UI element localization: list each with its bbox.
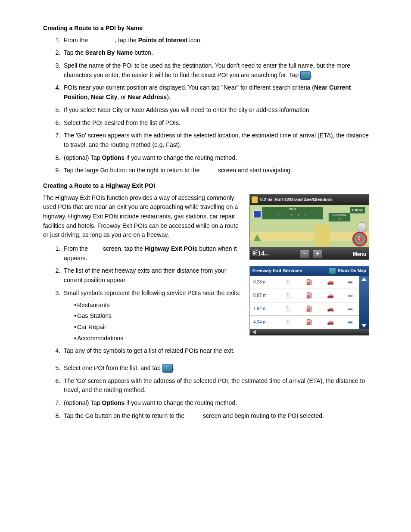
s2-step7: (optional) Tap Options if you want to ch… [62, 398, 370, 408]
page-number: 21 [86, 530, 92, 532]
direction-sign: West ↑ ↑ ↑ ↑ ↑ [262, 207, 323, 220]
section2-intro: The Highway Exit POIs function provides … [43, 193, 242, 240]
gas-icon[interactable]: ⛽ [306, 319, 313, 325]
interstate-icon [253, 210, 261, 218]
repair-icon[interactable]: 🚗 [327, 292, 334, 299]
s1-step7: The 'Go' screen appears with the address… [62, 131, 370, 149]
s1-step4: POIs near your current position are disp… [62, 83, 370, 102]
s2-step8: Tap the Go button on the right to return… [62, 411, 370, 421]
exit-services-table: 0.23 mi 🍴 ⛽ 🚗 🛏 0.87 mi 🍴 ⛽ 🚗 🛏 [250, 276, 359, 330]
map-screenshot: 0.2 mi: Exit 42/Grand Ave/Glendora Exit … [249, 194, 369, 260]
zoom-out-button[interactable]: − [299, 250, 310, 258]
section2-list-b: Select one POI from the list, and tap . … [43, 364, 370, 420]
s1-step1: From the , tap the Points of Interest ic… [62, 36, 370, 45]
grand-ave-sign: Grand Ave ↑ [328, 213, 351, 222]
poi-repair: Car Repair [74, 323, 242, 332]
checkmark-icon [328, 268, 336, 274]
service-poi-list: Restaurants Gas Stations Car Repair Acco… [74, 301, 242, 343]
back-icon[interactable] [252, 330, 256, 334]
hotel-icon[interactable]: 🛏 [347, 292, 353, 299]
s1-step9: Tap the large Go button on the right to … [62, 166, 370, 175]
table-row[interactable]: 0.87 mi 🍴 ⛽ 🚗 🛏 [250, 289, 359, 302]
hotel-icon[interactable]: 🛏 [347, 279, 353, 285]
checkmark-icon [300, 71, 311, 80]
highway-exit-pois-button[interactable]: ⛽ [352, 232, 367, 246]
s1-step2: Tap the Search By Name button. [62, 48, 370, 58]
checkmark-icon [162, 364, 173, 373]
poi-restaurants: Restaurants [74, 301, 242, 310]
gas-icon[interactable]: ⛽ [306, 305, 313, 312]
restaurant-icon[interactable]: 🍴 [285, 279, 292, 285]
repair-icon[interactable]: 🚗 [327, 319, 334, 325]
s1-step6: Select the POI desired from the list of … [62, 118, 370, 128]
hotel-icon[interactable]: 🛏 [347, 305, 353, 312]
s1-step5: If you select Near City or Near Address … [62, 106, 370, 115]
gas-icon[interactable]: ⛽ [306, 279, 313, 285]
s2-step3: Small symbols represent the following se… [62, 289, 242, 343]
section2-list-a: From the screen, tap the Highway Exit PO… [43, 244, 242, 356]
section2-heading: Creating a Route to a Highway Exit POI [43, 181, 370, 191]
road-horizontal [250, 232, 369, 241]
poi-gas: Gas Stations [74, 311, 242, 321]
map-topbar: 0.2 mi: Exit 42/Grand Ave/Glendora [250, 195, 369, 205]
scroll-up-icon[interactable] [361, 277, 367, 281]
table-row[interactable]: 1.92 mi 🍴 ⛽ 🚗 🛏 [250, 302, 359, 315]
table-row[interactable]: 4.34 mi 🍴 ⛽ 🚗 🛏 [250, 316, 359, 329]
poi-accommodations: Accommodations [74, 334, 242, 343]
section1-heading: Creating a Route to a POI by Name [43, 24, 370, 33]
show-on-map-toggle[interactable]: Show On Map [328, 268, 366, 274]
table-row[interactable]: 0.23 mi 🍴 ⛽ 🚗 🛏 [250, 276, 359, 289]
s1-step8: (optional) Tap Options if you want to ch… [62, 153, 370, 163]
scrollbar[interactable] [359, 276, 369, 330]
map-bottom-bar: ETA 9:14am − + Menu [250, 247, 369, 259]
exit-tag: Exit 42 [350, 207, 365, 214]
gas-icon[interactable]: ⛽ [306, 292, 313, 299]
freeway-exit-services-panel: Freeway Exit Services Show On Map 0.23 m… [249, 266, 369, 336]
s2-step6: The 'Go' screen appears with the address… [62, 376, 370, 395]
vehicle-icon [253, 234, 261, 241]
section1-list: From the , tap the Points of Interest ic… [43, 36, 370, 175]
scroll-down-icon[interactable] [361, 324, 367, 327]
restaurant-icon[interactable]: 🍴 [285, 292, 292, 299]
restaurant-icon[interactable]: 🍴 [285, 319, 292, 325]
s1-step3: Spell the name of the POI to be used as … [62, 61, 370, 80]
s2-step5: Select one POI from the list, and tap . [62, 364, 370, 373]
hotel-icon[interactable]: 🛏 [347, 319, 353, 325]
s2-step4: Tap any of the symbols to get a list of … [62, 346, 242, 356]
compass-icon [357, 222, 367, 233]
repair-icon[interactable]: 🚗 [327, 279, 334, 285]
restaurant-icon[interactable]: 🍴 [285, 305, 292, 312]
menu-button[interactable]: Menu [353, 250, 366, 258]
route-shield-icon [252, 196, 258, 203]
zoom-in-button[interactable]: + [312, 250, 323, 258]
repair-icon[interactable]: 🚗 [327, 305, 334, 312]
exit-services-title: Freeway Exit Services [252, 267, 302, 274]
s2-step2: The list of the next freeway exits and t… [62, 266, 242, 285]
s2-step1: From the screen, tap the Highway Exit PO… [62, 244, 242, 263]
